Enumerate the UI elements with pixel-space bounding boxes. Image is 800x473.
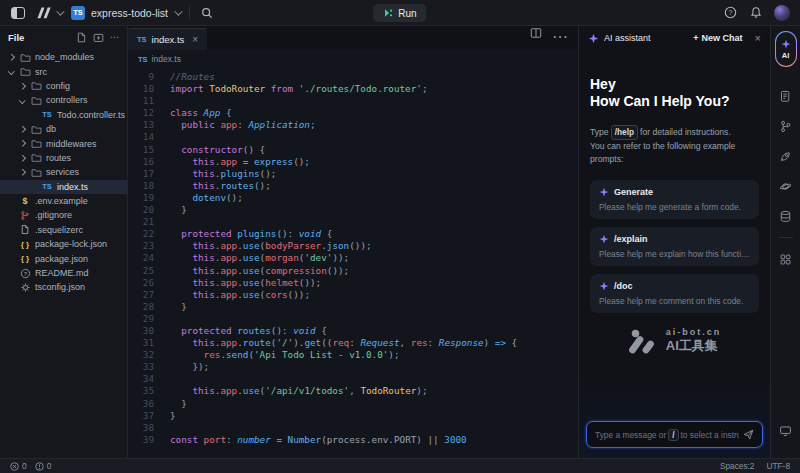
new-chat-button[interactable]: + New Chat [693, 33, 742, 43]
chat-input-placeholder: Type a message or/to select a instructio… [595, 429, 739, 441]
run-button[interactable]: Run [373, 4, 426, 22]
error-icon [10, 462, 19, 471]
user-avatar[interactable] [774, 5, 790, 21]
code-line-26: 26 this.app.use(helmet()); [128, 277, 578, 289]
file-tree-item-config[interactable]: config [0, 79, 127, 93]
sidebar-toggle-button[interactable] [10, 5, 26, 21]
file-tree-item-Todo.controller.ts[interactable]: TSTodo.controller.ts [0, 108, 127, 122]
ai-rail-label: AI [782, 51, 790, 60]
braces-icon: { } [19, 254, 31, 263]
code-line-32: 32 res.send('Api Todo List - v1.0.0'); [128, 349, 578, 361]
file-explorer-panel: File ⋯ node_modulessrcconfigcontrollersT… [0, 26, 128, 458]
line-number: 15 [128, 144, 154, 156]
git-icon [19, 210, 31, 221]
watermark-url: ai-bot.cn [666, 327, 722, 337]
error-count[interactable]: 0 [10, 461, 27, 471]
rail-icon-monitor[interactable] [779, 416, 792, 446]
bell-icon [750, 6, 762, 19]
editor-tabbar: TS index.ts × ⋯ [128, 26, 578, 50]
file-tree-item-src[interactable]: src [0, 64, 127, 78]
file-tree-item-services[interactable]: services [0, 165, 127, 179]
file-tree-item-.gitignore[interactable]: .gitignore [0, 208, 127, 222]
sparkle-icon [599, 187, 609, 197]
file-tree-item-index.ts[interactable]: TSindex.ts [0, 180, 127, 194]
chat-input[interactable]: Type a message or/to select a instructio… [586, 421, 763, 448]
file-name: README.md [35, 268, 89, 278]
indentation-setting[interactable]: Spaces:2 [720, 461, 755, 471]
warning-count[interactable]: 0 [35, 461, 52, 471]
divider [189, 6, 190, 20]
rail-icon-database[interactable] [779, 201, 793, 231]
prompt-description: Please help me explain how this function… [599, 249, 750, 259]
tab-close-icon[interactable]: × [192, 34, 198, 45]
code-line-13: 13 public app: Application; [128, 119, 578, 131]
folder-icon [30, 167, 42, 178]
file-tree-item-db[interactable]: db [0, 122, 127, 136]
code-line-34: 34 [128, 373, 578, 385]
rail-icon-git-branch[interactable] [779, 111, 793, 141]
rail-icon-planet[interactable] [779, 171, 793, 201]
line-number: 38 [128, 422, 154, 434]
prompt-title: /doc [614, 281, 633, 291]
app-logo[interactable] [35, 5, 62, 20]
encoding-setting[interactable]: UTF-8 [766, 461, 790, 471]
ai-tab-active[interactable]: AI [775, 31, 797, 67]
line-number: 37 [128, 410, 154, 422]
file-name: package-lock.json [35, 239, 107, 249]
file-tree-item-.sequelizerc[interactable]: .sequelizerc [0, 223, 127, 237]
prompt-card-generate[interactable]: GeneratePlease help me generate a form c… [590, 180, 759, 219]
file-tree-item-tsconfig.json[interactable]: tsconfig.json [0, 280, 127, 294]
file-tree-item-controllers[interactable]: controllers [0, 93, 127, 107]
tab-index-ts[interactable]: TS index.ts × [128, 28, 207, 50]
watermark: ai-bot.cn AI工具集 [590, 327, 759, 355]
rail-icon-rocket[interactable] [779, 141, 793, 171]
project-switcher[interactable]: TS express-todo-list [71, 6, 180, 20]
breadcrumb-label: index.ts [152, 54, 181, 64]
send-button[interactable] [743, 429, 754, 440]
code-area[interactable]: 9//Routes10import TodoRouter from './rou… [128, 68, 578, 458]
close-panel-icon[interactable]: × [755, 32, 761, 44]
help-button[interactable]: ? [722, 5, 738, 21]
code-line-18: 18 this.routes(); [128, 180, 578, 192]
line-number: 33 [128, 361, 154, 373]
editor-more-icon[interactable]: ⋯ [552, 27, 568, 46]
notifications-button[interactable] [748, 5, 764, 21]
tab-label: index.ts [152, 34, 185, 45]
file-name: tsconfig.json [35, 282, 85, 292]
search-button[interactable] [199, 5, 215, 21]
new-file-icon[interactable] [76, 32, 87, 43]
folder-icon [30, 80, 42, 91]
line-number: 14 [128, 131, 154, 143]
file-tree-item-package-lock.json[interactable]: { }package-lock.json [0, 237, 127, 251]
folder-icon [19, 66, 31, 77]
file-tree-item-routes[interactable]: routes [0, 151, 127, 165]
marscode-logo-icon [35, 5, 53, 20]
prompt-card-doc[interactable]: /docPlease help me comment on this code. [590, 274, 759, 313]
line-number: 26 [128, 277, 154, 289]
file-tree-item-package.json[interactable]: { }package.json [0, 251, 127, 265]
code-line-11: 11 [128, 95, 578, 107]
split-editor-icon[interactable] [530, 27, 542, 39]
explorer-more-icon[interactable]: ⋯ [110, 32, 119, 43]
new-folder-icon[interactable] [93, 32, 104, 43]
help-command-kbd: /help [611, 125, 638, 140]
line-number: 35 [128, 385, 154, 397]
file-tree-item-.env.example[interactable]: $.env.example [0, 194, 127, 208]
file-tree-item-README.md[interactable]: ?README.md [0, 266, 127, 280]
send-icon [743, 429, 754, 440]
breadcrumb[interactable]: TS index.ts [128, 50, 578, 68]
file-name: routes [46, 153, 71, 163]
new-chat-label: New Chat [702, 33, 743, 43]
file-tree-item-middlewares[interactable]: middlewares [0, 136, 127, 150]
file-icon [19, 224, 31, 235]
prompt-card-explain[interactable]: /explainPlease help me explain how this … [590, 227, 759, 266]
code-line-27: 27 this.app.use(cors()); [128, 289, 578, 301]
sparkle-icon [599, 281, 609, 291]
rail-icon-doc[interactable] [779, 81, 793, 111]
search-icon [201, 7, 213, 19]
ai-bot-logo-icon [628, 328, 658, 354]
file-tree-item-node_modules[interactable]: node_modules [0, 50, 127, 64]
folder-icon [19, 52, 31, 63]
rail-icon-apps[interactable] [779, 244, 793, 274]
code-line-28: 28 } [128, 301, 578, 313]
